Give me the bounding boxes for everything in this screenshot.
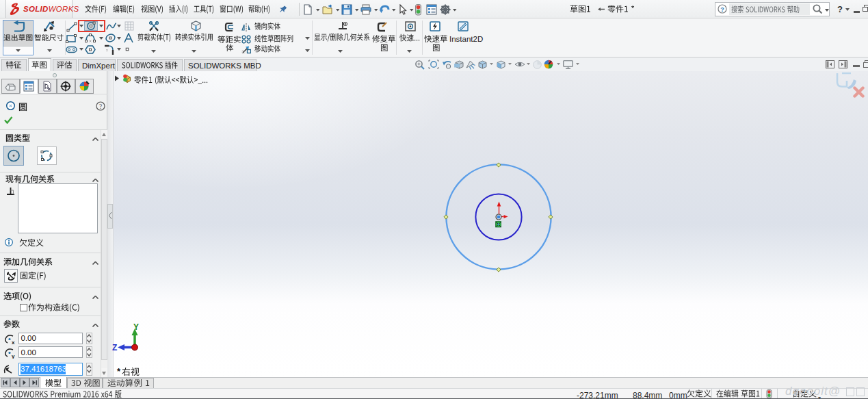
svg-text:?: ?: [99, 103, 102, 110]
svg-text:?: ?: [720, 6, 724, 13]
svg-text:Z: Z: [112, 343, 117, 352]
svg-text:y: y: [12, 353, 15, 359]
svg-text:x: x: [12, 339, 15, 345]
